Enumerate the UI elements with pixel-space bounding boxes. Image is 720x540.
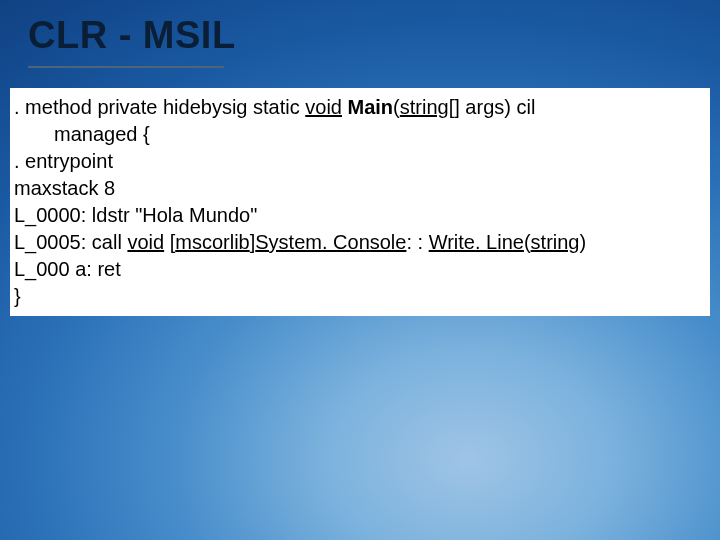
- method-writeline: Write. Line: [429, 231, 524, 253]
- code-block: . method private hidebysig static void M…: [10, 88, 710, 316]
- keyword-void: void: [127, 231, 164, 253]
- code-text: args) cil: [460, 96, 536, 118]
- code-line-7: L_000 a: ret: [14, 256, 706, 283]
- code-line-5: L_0000: ldstr "Hola Mundo": [14, 202, 706, 229]
- type-system-console: System. Console: [255, 231, 406, 253]
- type-string: string: [531, 231, 580, 253]
- code-text: []: [449, 96, 460, 118]
- code-text: (: [393, 96, 400, 118]
- code-line-1: . method private hidebysig static void M…: [14, 94, 706, 121]
- code-line-3: . entrypoint: [14, 148, 706, 175]
- code-line-4: maxstack 8: [14, 175, 706, 202]
- code-line-6: L_0005: call void [mscorlib]System. Cons…: [14, 229, 706, 256]
- code-text: ): [579, 231, 586, 253]
- code-line-2: managed {: [14, 121, 706, 148]
- slide-title: CLR - MSIL: [28, 14, 236, 57]
- method-main: Main: [348, 96, 394, 118]
- code-line-8: }: [14, 283, 706, 310]
- slide: CLR - MSIL . method private hidebysig st…: [0, 0, 720, 540]
- code-text: : :: [406, 231, 428, 253]
- code-text: L_0005: call: [14, 231, 127, 253]
- code-text: . method private hidebysig static: [14, 96, 305, 118]
- type-string: string: [400, 96, 449, 118]
- assembly-mscorlib: mscorlib: [175, 231, 249, 253]
- title-underline: [28, 66, 224, 68]
- code-text: (: [524, 231, 531, 253]
- code-text: [: [164, 231, 175, 253]
- keyword-void: void: [305, 96, 342, 118]
